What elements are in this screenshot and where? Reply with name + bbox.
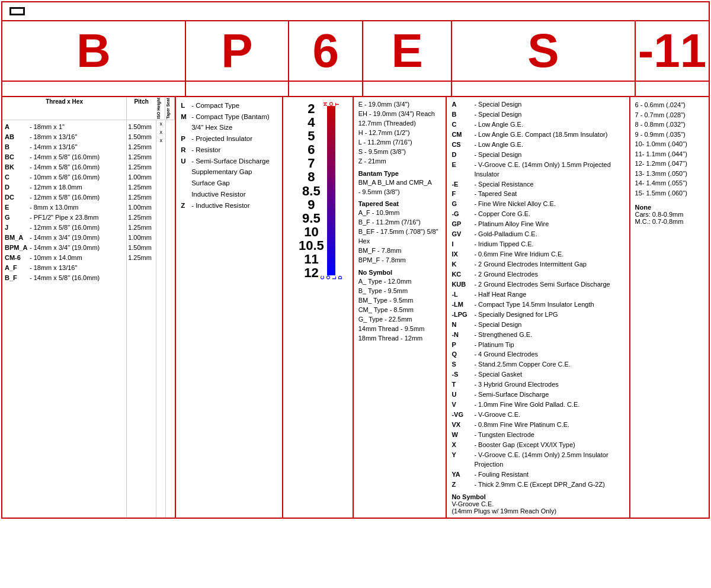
shell-row: BPM_A- 14mm x 3/4" (19.0mm) [5,243,124,253]
heatrange-column: 2456788.599.51010.51112 HOT COLD [283,97,353,518]
gap-row: 13- 1.3mm (.050") [635,169,704,179]
col-header-heatrange [289,82,363,96]
firing-row: D- Special Design [451,150,624,160]
construction-desc: - Projected Insulator [191,134,252,144]
col-header-reach [363,82,452,96]
gap-none: NoneCars: 0.8-0.9mmM.C.: 0.7-0.8mm [635,204,704,225]
construction-code: L [181,101,191,111]
reach-item: BM_A B_LM and CMR_A [358,178,441,188]
firing-desc: - 0.6mm Fine Wire Iridium C.E. [474,250,563,259]
big-letters-row: B P 6 E S -11 [2,21,709,82]
firing-desc: - Low Angle G.E. [474,140,523,150]
firing-row: S- Stand.2.5mm Copper Core C.E. [451,360,624,369]
firing-row: A- Special Design [451,100,624,110]
letter-s: S [452,21,636,81]
shell-code: BM_A [5,233,30,243]
firing-desc: - Compact Type 14.5mm Insulator Length [474,300,594,310]
firing-row: E- V-Groove C.E. (14mm Only) 1.5mm Proje… [451,160,624,179]
hot-label: HOT [322,102,340,106]
shell-desc: - 8mm x 13.0mm [30,203,79,213]
firing-code: Z [451,480,474,490]
firing-desc: - Fine Wire Nickel Alloy C.E. [474,200,556,209]
firing-code: -S [451,370,474,380]
firing-row: N- Special Design [451,320,624,330]
shell-pitch-value: 1.50mm [128,243,155,253]
firing-code: GP [451,220,474,229]
firing-desc: - 1.0mm Fine Wire Gold Pallad. C.E. [474,400,579,410]
heat-numbers-list: 2456788.599.51010.51112 [299,102,324,279]
firing-no-symbol-line: V-Groove C.E. [451,500,624,507]
firing-desc: - 4 Ground Electrodes [474,350,538,359]
reach-item: Z - 21mm [358,157,441,166]
construction-desc-cont: Surface Gap [191,178,230,188]
shell-taper-col [165,120,175,518]
firing-code: K [451,260,474,269]
firing-no-symbol: No SymbolV-Groove C.E.(14mm Plugs w/ 19m… [451,493,624,515]
firing-code: U [451,390,474,400]
heat-number: 11 [304,252,318,266]
heat-number: 10 [304,225,318,239]
shell-row: A- 18mm x 1" [5,122,124,132]
reach-item: 14mm Thread - 9.5mm [358,324,441,334]
firing-code: -E [451,180,474,189]
shell-desc: - 14mm x 5/8" (16.0mm) [30,162,100,172]
shell-desc: - 10mm x 14.0mm [30,253,82,263]
firing-row: Q- 4 Ground Electrodes [451,350,624,359]
shell-desc: - 12mm x 5/8" (16.0mm) [30,192,100,203]
heat-number: 9 [308,198,315,211]
shell-sub-headers: Thread x Hex Pitch ISO Height Taper Seat [2,97,175,120]
firing-desc: - Special Resistance [474,180,533,189]
heat-number: 8.5 [302,184,321,198]
shell-pitch-value: 1.25mm [128,253,155,263]
firing-row: W- Tungsten Electrode [451,430,624,440]
firing-code: -N [451,330,474,340]
firing-desc: - 3 Hybrid Ground Electrodes [474,380,558,390]
firing-desc: - Thick 2.9mm C.E (Except DPR_Zand G-2Z) [474,480,604,490]
construction-item: Z- Inductive Resistor [181,201,277,211]
firing-row: -N- Strengthened G.E. [451,330,624,340]
col-header-gap [636,82,709,96]
reach-item: B_EF - 17.5mm (.708") 5/8" Hex [358,227,441,246]
firing-desc: - Strengthened G.E. [474,330,532,340]
gap-row: 9 - 0.9mm (.035") [635,130,704,140]
reach-section-title: No Symbol [358,269,441,276]
shell-pitch-value: 1.00mm [128,172,155,182]
shell-subhdr-main: Thread x Hex [2,97,126,120]
construction-column: L- Compact TypeM- Compact Type (Bantam) … [176,97,283,518]
cold-label: COLD [319,275,343,279]
shell-row: D- 12mm x 18.0mm [5,182,124,192]
shell-row: G- PF1/2" Pipe x 23.8mm [5,213,124,223]
firing-desc: - 2 Ground Electrodes Intermittent Gap [474,260,587,269]
firing-code: Y [451,451,474,470]
construction-desc: - Resistor [191,145,220,155]
reach-item: E - 19.0mm (3/4") [358,100,441,110]
firing-row: I- Iridium Tipped C.E. [451,240,624,249]
firing-row: -LPG- Specially Designed for LPG [451,310,624,320]
shell-row: C- 10mm x 5/8" (16.0mm) [5,172,124,182]
firing-row: P- Platinum Tip [451,340,624,350]
gap-row: 14- 1.4mm (.055") [635,178,704,188]
reach-item: 18mm Thread - 12mm [358,334,441,343]
column-headers [2,82,709,97]
firing-row: Z- Thick 2.9mm C.E (Except DPR_Zand G-2Z… [451,480,624,490]
shell-row: J- 12mm x 5/8" (16.0mm) [5,223,124,233]
firing-row: K- 2 Ground Electrodes Intermittent Gap [451,260,624,269]
heat-number: 6 [308,143,315,156]
shell-row: B- 14mm x 13/16" [5,142,124,152]
app-title [9,7,25,15]
main-content: Thread x Hex Pitch ISO Height Taper Seat… [2,97,709,518]
firing-code: CS [451,140,474,150]
firing-row: G- Fine Wire Nickel Alloy C.E. [451,200,624,209]
shell-desc: - 14mm x 13/16" [30,142,77,152]
shell-desc: - 14mm x 5/8" (16.0mm) [30,273,100,283]
firing-code: -L [451,290,474,300]
heat-number: 7 [308,156,315,170]
shell-entries: A- 18mm x 1"AB- 18mm x 13/16"B- 14mm x 1… [2,120,126,518]
shell-subhdr-iso: ISO Height [156,97,165,120]
firing-desc: - Stand.2.5mm Copper Core C.E. [474,360,571,369]
firing-code: T [451,380,474,390]
gap-row: 15- 1.5mm (.060") [635,188,704,198]
firing-code: F [451,189,474,199]
firing-desc: - Special Design [474,150,521,160]
construction-desc: - Semi-Surface Discharge Supplementary G… [191,156,277,177]
